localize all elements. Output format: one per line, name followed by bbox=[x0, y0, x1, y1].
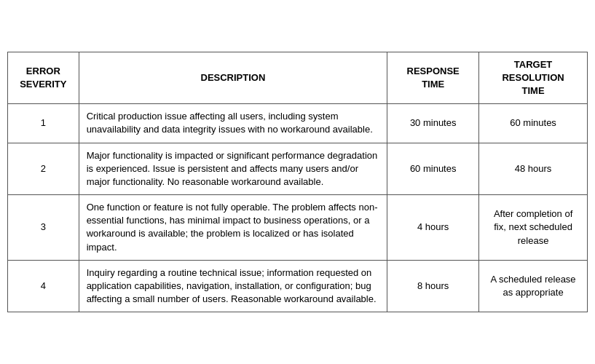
header-response-time: RESPONSETIME bbox=[387, 52, 479, 104]
table-row: 4Inquiry regarding a routine technical i… bbox=[8, 260, 588, 312]
severity-cell: 3 bbox=[8, 195, 79, 261]
response-time-cell: 8 hours bbox=[387, 260, 479, 312]
table-row: 2Major functionality is impacted or sign… bbox=[8, 143, 588, 195]
severity-cell: 4 bbox=[8, 260, 79, 312]
response-time-cell: 4 hours bbox=[387, 195, 479, 261]
sla-table: ERRORSEVERITY DESCRIPTION RESPONSETIME T… bbox=[7, 52, 588, 313]
header-description: DESCRIPTION bbox=[79, 52, 387, 104]
description-cell: Critical production issue affecting all … bbox=[79, 104, 387, 143]
severity-cell: 2 bbox=[8, 143, 79, 195]
response-time-cell: 60 minutes bbox=[387, 143, 479, 195]
description-cell: Inquiry regarding a routine technical is… bbox=[79, 260, 387, 312]
header-severity: ERRORSEVERITY bbox=[8, 52, 79, 104]
target-resolution-cell: A scheduled release as appropriate bbox=[479, 260, 588, 312]
response-time-cell: 30 minutes bbox=[387, 104, 479, 143]
table-row: 3One function or feature is not fully op… bbox=[8, 195, 588, 261]
severity-cell: 1 bbox=[8, 104, 79, 143]
description-cell: Major functionality is impacted or signi… bbox=[79, 143, 387, 195]
target-resolution-cell: 48 hours bbox=[479, 143, 588, 195]
header-target-resolution: TARGETRESOLUTIONTIME bbox=[479, 52, 588, 104]
target-resolution-cell: After completion of fix, next scheduled … bbox=[479, 195, 588, 261]
description-cell: One function or feature is not fully ope… bbox=[79, 195, 387, 261]
table-row: 1Critical production issue affecting all… bbox=[8, 104, 588, 143]
target-resolution-cell: 60 minutes bbox=[479, 104, 588, 143]
